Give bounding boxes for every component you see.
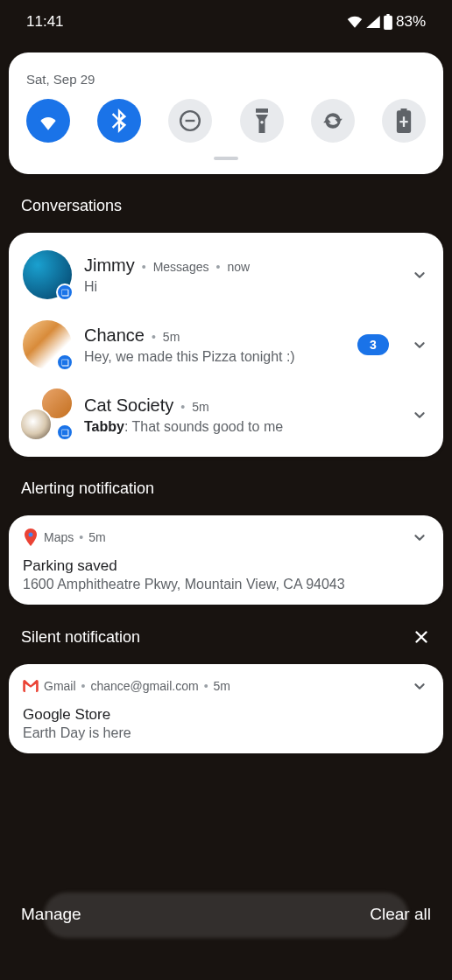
- notification-body: Earth Day is here: [23, 725, 429, 741]
- bluetooth-toggle[interactable]: [97, 99, 141, 143]
- avatar: ❏: [23, 250, 72, 299]
- wifi-icon: [347, 16, 363, 28]
- preview-text: That sounds good to me: [132, 419, 284, 434]
- conversation-body: Cat Society • 5m Tabby: That sounds good…: [84, 396, 398, 435]
- chevron-down-icon[interactable]: [410, 265, 429, 284]
- status-bar: 11:41 83%: [0, 0, 452, 44]
- flashlight-icon: [254, 108, 270, 133]
- messages-app-badge-icon: ❏: [56, 354, 74, 371]
- rotate-icon: [321, 109, 344, 132]
- chevron-down-icon[interactable]: [410, 528, 429, 547]
- wifi-toggle[interactable]: [26, 99, 70, 143]
- quick-settings-panel: Sat, Sep 29: [9, 52, 443, 174]
- chevron-down-icon[interactable]: [410, 405, 429, 424]
- notification-time: 5m: [88, 530, 105, 544]
- status-right: 83%: [347, 13, 426, 31]
- conversation-preview: Tabby: That sounds good to me: [84, 419, 398, 435]
- notification-app: Maps: [44, 530, 74, 544]
- conversation-body: Jimmy • Messages • now Hi: [84, 256, 398, 295]
- notification-footer: Manage Clear all: [0, 905, 452, 924]
- bluetooth-icon: [111, 108, 127, 133]
- messages-app-badge-icon: ❏: [56, 424, 74, 441]
- clear-all-button[interactable]: Clear all: [370, 905, 431, 924]
- dnd-toggle[interactable]: [168, 99, 212, 143]
- conversation-time: 5m: [192, 400, 208, 414]
- conversation-body: Chance • 5m Hey, we made this Pizza toni…: [84, 326, 345, 365]
- conversation-item[interactable]: ❏ Jimmy • Messages • now Hi: [23, 240, 429, 310]
- conversation-item[interactable]: ❏ Chance • 5m Hey, we made this Pizza to…: [23, 310, 429, 380]
- conversations-card: ❏ Jimmy • Messages • now Hi ❏ Chance • 5…: [9, 233, 443, 457]
- alerting-header: Alerting notification: [0, 457, 452, 507]
- preview-sender: Tabby: [84, 419, 124, 434]
- wifi-icon: [37, 111, 60, 130]
- conversation-title: Jimmy: [84, 256, 135, 276]
- quick-settings-drag-handle[interactable]: [214, 157, 238, 160]
- maps-icon: [23, 529, 39, 545]
- quick-settings-row: [23, 99, 429, 151]
- notification-time: 5m: [214, 679, 230, 693]
- notification-account: chance@gmail.com: [90, 679, 198, 693]
- flashlight-toggle[interactable]: [240, 99, 284, 143]
- battery-icon: [384, 14, 392, 30]
- messages-app-badge-icon: ❏: [56, 284, 74, 301]
- alerting-notification[interactable]: Maps • 5m Parking saved 1600 Amphitheatr…: [9, 515, 443, 605]
- conversation-title: Cat Society: [84, 396, 173, 416]
- clock: 11:41: [26, 13, 64, 31]
- battery-saver-icon: [396, 108, 412, 133]
- conversation-time: now: [227, 260, 250, 274]
- conversation-item[interactable]: ❏ Cat Society • 5m Tabby: That sounds go…: [23, 380, 429, 450]
- chevron-down-icon[interactable]: [410, 676, 429, 696]
- svg-point-2: [29, 533, 33, 537]
- conversation-app: Messages: [153, 260, 209, 274]
- conversation-preview: Hi: [84, 279, 398, 295]
- avatar: ❏: [23, 320, 72, 369]
- manage-button[interactable]: Manage: [21, 905, 81, 924]
- gmail-icon: [23, 678, 39, 694]
- notification-app: Gmail: [44, 679, 76, 693]
- dnd-icon: [179, 109, 201, 132]
- chevron-down-icon[interactable]: [410, 335, 429, 354]
- conversation-preview: Hey, we made this Pizza tonight :): [84, 349, 345, 365]
- notification-body: 1600 Amphitheatre Pkwy, Mountain View, C…: [23, 577, 429, 592]
- silent-notification[interactable]: Gmail • chance@gmail.com • 5m Google Sto…: [9, 664, 443, 753]
- notification-title: Google Store: [23, 706, 429, 724]
- group-avatar: ❏: [23, 390, 72, 439]
- close-icon[interactable]: [412, 627, 431, 647]
- battery-saver-toggle[interactable]: [382, 99, 426, 143]
- silent-header: Silent notification: [0, 605, 452, 655]
- unread-count-badge: 3: [357, 334, 389, 355]
- auto-rotate-toggle[interactable]: [311, 99, 355, 143]
- battery-percent: 83%: [396, 13, 426, 31]
- quick-settings-date: Sat, Sep 29: [23, 66, 429, 99]
- conversation-time: 5m: [163, 330, 180, 344]
- notification-title: Parking saved: [23, 557, 429, 575]
- conversations-header: Conversations: [0, 174, 452, 224]
- signal-icon: [366, 16, 380, 28]
- conversation-title: Chance: [84, 326, 145, 346]
- silent-header-label: Silent notification: [21, 628, 140, 647]
